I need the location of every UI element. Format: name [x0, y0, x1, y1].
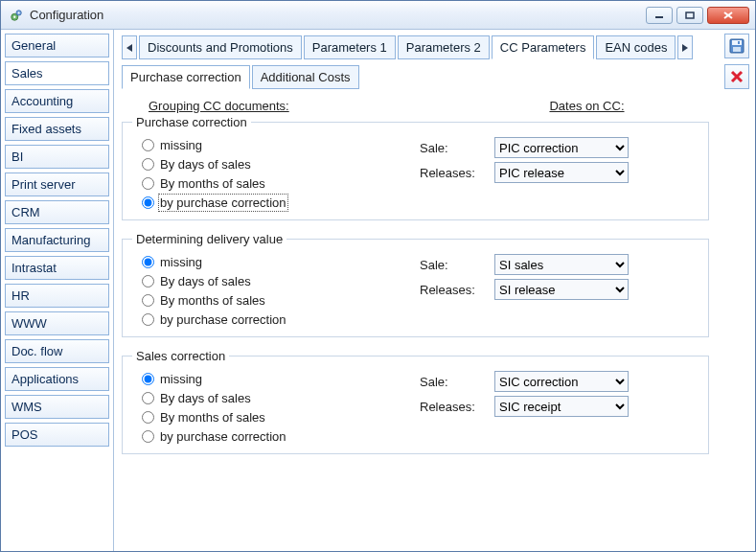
sidebar-item-wms[interactable]: WMS: [5, 395, 109, 419]
sidebar-item-crm[interactable]: CRM: [5, 200, 109, 224]
tab-cc-parameters[interactable]: CC Parameters: [492, 35, 595, 59]
maximize-button[interactable]: [676, 7, 703, 24]
sidebar-item-applications[interactable]: Applications: [5, 367, 109, 391]
tab-scroll-left[interactable]: [122, 35, 137, 59]
save-button[interactable]: [724, 34, 749, 58]
tab-parameters-1[interactable]: Parameters 1: [304, 35, 396, 59]
app-gear-icon: [9, 8, 24, 23]
radio-input[interactable]: [142, 158, 154, 171]
select-sale[interactable]: SI sales: [494, 254, 629, 275]
sidebar-item-sales[interactable]: Sales: [5, 61, 109, 85]
radio-input[interactable]: [142, 373, 154, 385]
svg-marker-15: [682, 44, 688, 52]
main-panel: Discounts and PromotionsParameters 1Para…: [114, 30, 755, 551]
sidebar-item-doc-flow[interactable]: Doc. flow: [5, 339, 109, 363]
minimize-button[interactable]: [646, 7, 673, 24]
select-row-sale: Sale:SI sales: [420, 252, 699, 277]
radio-by-purchase-correction[interactable]: by purchase correction: [142, 193, 420, 212]
radio-label: missing: [160, 372, 202, 386]
select-row-release: Releases:SI release: [420, 277, 699, 302]
window-controls: [646, 7, 749, 24]
radio-label: By days of sales: [160, 391, 251, 405]
dates-heading: Dates on CC:: [465, 99, 709, 113]
radio-label: missing: [160, 138, 202, 152]
radio-label: By months of sales: [160, 410, 265, 425]
radio-missing[interactable]: missing: [142, 252, 420, 271]
radio-by-purchase-correction[interactable]: by purchase correction: [142, 310, 420, 329]
radio-by-days-of-sales[interactable]: By days of sales: [142, 271, 420, 290]
radio-input[interactable]: [142, 392, 154, 404]
tab-strip: Discounts and PromotionsParameters 1Para…: [122, 35, 747, 59]
svg-point-3: [18, 12, 20, 13]
sidebar-item-general[interactable]: General: [5, 34, 109, 58]
select-sale[interactable]: SIC correction: [494, 371, 629, 392]
radio-label: by purchase correction: [160, 429, 286, 444]
group-legend: Purchase correction: [132, 115, 251, 129]
select-row-release: Releases:PIC release: [420, 160, 699, 185]
tab-scroll-right[interactable]: [677, 35, 693, 59]
select-release[interactable]: SIC receipt: [494, 396, 629, 417]
sidebar-item-accounting[interactable]: Accounting: [5, 89, 109, 113]
app-window: Configuration GeneralSalesAccountingFixe…: [0, 0, 756, 552]
sidebar: GeneralSalesAccountingFixed assetsBIPrin…: [1, 30, 114, 551]
radio-by-months-of-sales[interactable]: By months of sales: [142, 407, 420, 426]
sidebar-item-pos[interactable]: POS: [5, 423, 109, 447]
radio-input[interactable]: [142, 430, 154, 443]
select-release[interactable]: PIC release: [494, 162, 629, 183]
close-button[interactable]: [707, 7, 749, 24]
titlebar: Configuration: [1, 1, 755, 30]
tab-content: Grouping CC documents: Dates on CC: Purc…: [122, 99, 747, 454]
radio-label: By days of sales: [160, 274, 251, 288]
select-label-sale: Sale:: [420, 141, 487, 155]
svg-marker-14: [126, 44, 132, 52]
radio-input[interactable]: [142, 177, 154, 190]
select-label-release: Releases:: [420, 400, 487, 414]
radio-by-days-of-sales[interactable]: By days of sales: [142, 388, 420, 407]
select-sale[interactable]: PIC correction: [494, 137, 629, 158]
radio-by-purchase-correction[interactable]: by purchase correction: [142, 426, 420, 446]
radio-label: By months of sales: [160, 293, 265, 308]
group-legend: Sales correction: [132, 349, 229, 363]
svg-rect-11: [738, 41, 740, 44]
headings-row: Grouping CC documents: Dates on CC:: [149, 99, 709, 113]
subtab-additional-costs[interactable]: Additional Costs: [252, 65, 359, 89]
group-legend: Determining delivery value: [132, 232, 286, 246]
radio-label: By months of sales: [160, 176, 265, 191]
tab-ean-codes[interactable]: EAN codes: [596, 35, 676, 59]
radio-input[interactable]: [142, 294, 154, 307]
group-determining-delivery-value: Determining delivery valuemissingBy days…: [122, 232, 709, 337]
sidebar-item-bi[interactable]: BI: [5, 145, 109, 169]
sidebar-item-intrastat[interactable]: Intrastat: [5, 256, 109, 280]
sidebar-item-www[interactable]: WWW: [5, 311, 109, 335]
radio-by-months-of-sales[interactable]: By months of sales: [142, 173, 420, 193]
select-row-release: Releases:SIC receipt: [420, 394, 699, 419]
radio-input[interactable]: [142, 256, 154, 268]
sidebar-item-fixed-assets[interactable]: Fixed assets: [5, 117, 109, 141]
sidebar-item-print-server[interactable]: Print server: [5, 172, 109, 196]
tab-discounts-and-promotions[interactable]: Discounts and Promotions: [139, 35, 302, 59]
select-release[interactable]: SI release: [494, 279, 629, 300]
radio-missing[interactable]: missing: [142, 135, 420, 154]
window-title: Configuration: [30, 8, 646, 22]
sidebar-item-manufacturing[interactable]: Manufacturing: [5, 228, 109, 252]
sidebar-item-hr[interactable]: HR: [5, 284, 109, 308]
radio-by-days-of-sales[interactable]: By days of sales: [142, 154, 420, 173]
svg-point-1: [13, 15, 15, 17]
radio-input[interactable]: [142, 313, 154, 326]
select-label-sale: Sale:: [420, 375, 487, 389]
tab-parameters-2[interactable]: Parameters 2: [398, 35, 490, 59]
radio-by-months-of-sales[interactable]: By months of sales: [142, 290, 420, 310]
select-row-sale: Sale:PIC correction: [420, 135, 699, 160]
delete-button[interactable]: [724, 64, 749, 89]
radio-label: by purchase correction: [160, 312, 286, 327]
radio-missing[interactable]: missing: [142, 369, 420, 388]
radio-input[interactable]: [142, 196, 154, 209]
radio-input[interactable]: [142, 275, 154, 288]
svg-rect-10: [733, 47, 741, 52]
radio-label: by purchase correction: [160, 196, 286, 210]
radio-input[interactable]: [142, 139, 154, 151]
subtab-purchase-correction[interactable]: Purchase correction: [122, 65, 250, 89]
select-row-sale: Sale:SIC correction: [420, 369, 699, 394]
radio-input[interactable]: [142, 411, 154, 424]
subtab-strip: Purchase correctionAdditional Costs: [122, 65, 747, 89]
